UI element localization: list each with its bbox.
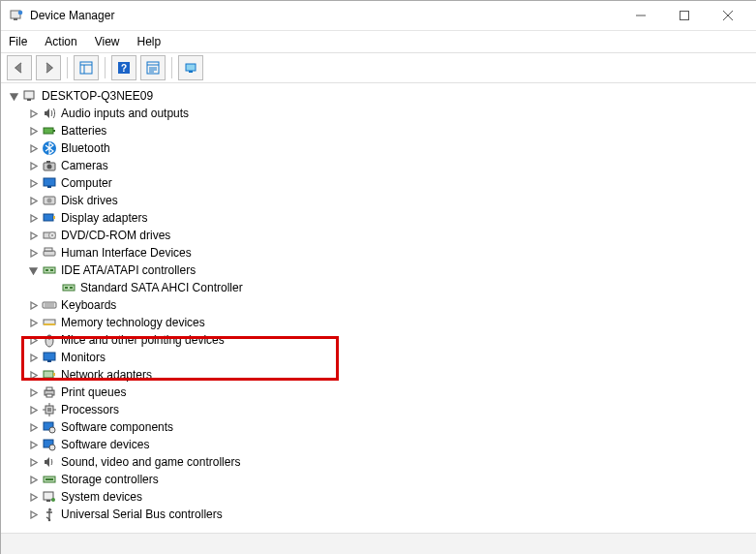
close-button[interactable] — [706, 1, 749, 30]
chevron-right-icon[interactable] — [26, 336, 40, 345]
chevron-right-icon[interactable] — [26, 441, 40, 449]
chevron-right-icon[interactable] — [26, 510, 40, 519]
category-label: Memory technology devices — [61, 316, 205, 329]
category-memory[interactable]: Memory technology devices — [26, 314, 756, 331]
chevron-right-icon[interactable] — [26, 231, 40, 240]
category-cameras[interactable]: Cameras — [26, 157, 756, 174]
category-audio[interactable]: Audio inputs and outputs — [26, 105, 756, 122]
menubar: File Action View Help — [1, 31, 756, 52]
chevron-right-icon[interactable] — [26, 458, 40, 467]
properties-button[interactable] — [140, 55, 166, 80]
svg-rect-32 — [53, 216, 55, 219]
forward-button[interactable] — [36, 55, 61, 80]
chevron-right-icon[interactable] — [26, 179, 40, 188]
category-sound[interactable]: Sound, video and game controllers — [26, 453, 756, 471]
svg-rect-41 — [63, 285, 75, 291]
category-disk[interactable]: Disk drives — [26, 192, 756, 209]
computer-icon — [22, 88, 38, 104]
chevron-right-icon[interactable] — [26, 162, 40, 170]
software-icon — [42, 437, 57, 452]
category-display[interactable]: Display adapters — [26, 209, 756, 227]
window-title: Device Manager — [30, 9, 114, 22]
category-software-devices[interactable]: Software devices — [26, 436, 756, 453]
storage-icon — [42, 472, 57, 487]
device-tree-pane[interactable]: DESKTOP-Q3NEE09 Audio inputs and outputs… — [1, 83, 756, 533]
svg-rect-28 — [47, 186, 51, 188]
scan-hardware-button[interactable] — [178, 55, 203, 80]
titlebar: Device Manager — [1, 1, 756, 31]
category-dvd[interactable]: DVD/CD-ROM drives — [26, 227, 756, 244]
cpu-icon — [42, 402, 57, 417]
category-print-queues[interactable]: Print queues — [26, 384, 756, 401]
category-label: Print queues — [61, 385, 126, 399]
category-ide[interactable]: IDE ATA/ATAPI controllers — [26, 262, 756, 279]
category-computer[interactable]: Computer — [26, 174, 756, 192]
software-icon — [42, 419, 57, 435]
category-keyboards[interactable]: Keyboards — [26, 296, 756, 314]
category-usb[interactable]: Universal Serial Bus controllers — [26, 506, 756, 523]
category-label: Disk drives — [61, 194, 118, 207]
chevron-right-icon[interactable] — [26, 214, 40, 223]
svg-point-25 — [47, 165, 52, 169]
chevron-right-icon[interactable] — [26, 144, 40, 153]
category-storage[interactable]: Storage controllers — [26, 471, 756, 488]
keyboard-icon — [42, 297, 57, 313]
category-label: Monitors — [61, 351, 106, 364]
category-processors[interactable]: Processors — [26, 401, 756, 418]
category-mice[interactable]: Mice and other pointing devices — [26, 331, 756, 349]
category-label: Batteries — [61, 124, 106, 138]
category-network[interactable]: Network adapters — [26, 366, 756, 384]
svg-rect-56 — [46, 387, 52, 390]
bluetooth-icon — [42, 140, 57, 156]
tree-root[interactable]: DESKTOP-Q3NEE09 — [7, 87, 756, 105]
show-hide-tree-button[interactable] — [74, 55, 99, 80]
chevron-right-icon[interactable] — [26, 388, 40, 397]
hid-icon — [42, 245, 57, 261]
menu-view[interactable]: View — [93, 34, 122, 49]
chevron-right-icon[interactable] — [26, 476, 40, 484]
svg-rect-27 — [44, 178, 55, 186]
chevron-right-icon[interactable] — [26, 109, 40, 118]
category-label: Bluetooth — [61, 141, 110, 155]
svg-rect-43 — [70, 287, 73, 289]
menu-help[interactable]: Help — [136, 34, 164, 49]
device-sata-ahci[interactable]: Standard SATA AHCI Controller — [45, 279, 756, 296]
chevron-right-icon[interactable] — [26, 354, 40, 362]
menu-file[interactable]: File — [7, 34, 29, 49]
chevron-down-icon[interactable] — [26, 266, 40, 275]
chevron-right-icon[interactable] — [26, 249, 40, 258]
svg-rect-52 — [47, 360, 51, 362]
svg-rect-36 — [44, 251, 55, 256]
root-label: DESKTOP-Q3NEE09 — [42, 89, 153, 103]
chevron-right-icon[interactable] — [26, 423, 40, 432]
chevron-down-icon[interactable] — [7, 92, 20, 101]
category-label: Processors — [61, 403, 119, 416]
svg-rect-54 — [53, 373, 55, 376]
chevron-right-icon[interactable] — [26, 493, 40, 502]
controller-icon — [42, 262, 57, 278]
battery-icon — [42, 123, 57, 138]
chevron-right-icon[interactable] — [26, 319, 40, 327]
chevron-right-icon[interactable] — [26, 406, 40, 415]
category-monitors[interactable]: Monitors — [26, 349, 756, 366]
help-button[interactable]: ? — [111, 55, 136, 80]
minimize-button[interactable] — [619, 1, 662, 30]
category-label: Display adapters — [61, 211, 147, 225]
svg-rect-17 — [186, 64, 196, 71]
category-hid[interactable]: Human Interface Devices — [26, 244, 756, 262]
svg-rect-44 — [43, 302, 56, 308]
svg-rect-57 — [46, 394, 52, 397]
chevron-right-icon[interactable] — [26, 301, 40, 310]
svg-rect-40 — [50, 269, 53, 271]
category-software-components[interactable]: Software components — [26, 418, 756, 436]
category-batteries[interactable]: Batteries — [26, 122, 756, 139]
chevron-right-icon[interactable] — [26, 127, 40, 136]
back-button[interactable] — [7, 55, 32, 80]
chevron-right-icon[interactable] — [26, 371, 40, 380]
category-bluetooth[interactable]: Bluetooth — [26, 139, 756, 157]
mouse-icon — [42, 332, 57, 348]
category-system[interactable]: System devices — [26, 488, 756, 506]
maximize-button[interactable] — [662, 1, 706, 30]
chevron-right-icon[interactable] — [26, 197, 40, 205]
menu-action[interactable]: Action — [43, 34, 78, 49]
